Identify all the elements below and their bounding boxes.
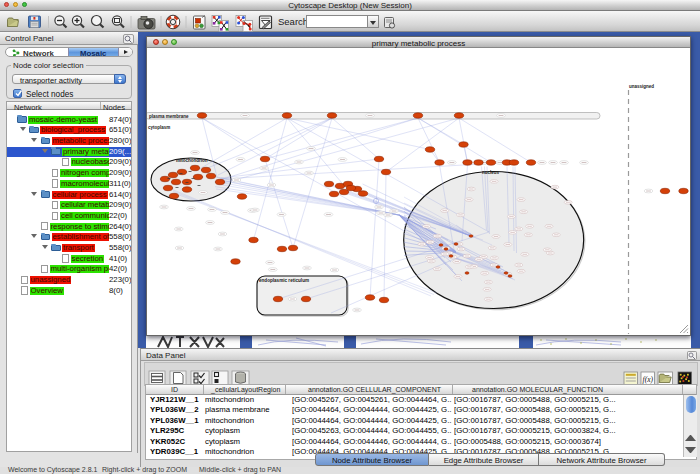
- svg-text:plasma membrane: plasma membrane: [149, 114, 189, 119]
- svg-text:cytoplasm: cytoplasm: [148, 125, 170, 130]
- svg-text:unassigned: unassigned: [629, 84, 654, 89]
- svg-text:mitochondrion: mitochondrion: [176, 158, 208, 163]
- svg-text:f(x): f(x): [643, 375, 654, 384]
- svg-text:endoplasmic reticulum: endoplasmic reticulum: [259, 278, 309, 283]
- svg-text:nucleus: nucleus: [482, 170, 500, 175]
